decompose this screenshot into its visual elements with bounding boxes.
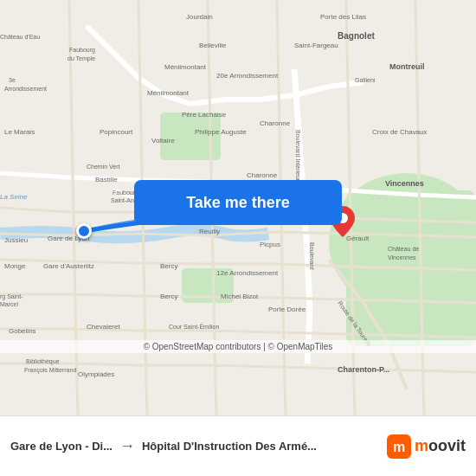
svg-text:Saint-Fargeau: Saint-Fargeau — [294, 42, 338, 49]
svg-text:Jussieu: Jussieu — [4, 236, 28, 244]
svg-text:Ménilmontant: Ménilmontant — [164, 63, 207, 71]
moovit-text: moovit — [415, 437, 466, 455]
svg-text:Charenton-P...: Charenton-P... — [338, 365, 389, 374]
svg-text:Belleville: Belleville — [199, 42, 227, 49]
svg-text:Charonne: Charonne — [260, 119, 291, 127]
svg-text:Père Lachaise: Père Lachaise — [182, 111, 227, 119]
svg-text:Château d'Eau: Château d'Eau — [0, 34, 40, 40]
svg-text:Croix de Chavaux: Croix de Chavaux — [372, 128, 428, 136]
origin-marker — [76, 223, 92, 239]
svg-text:Bagnolet: Bagnolet — [338, 31, 375, 41]
svg-text:La Seine: La Seine — [0, 193, 28, 201]
svg-text:Montreuil: Montreuil — [389, 62, 425, 71]
svg-text:Le Marais: Le Marais — [4, 128, 35, 136]
destination-station-label: Hôpital D'Instruction Des Armé... — [142, 440, 380, 453]
svg-text:m: m — [393, 440, 405, 454]
svg-text:François Mitterrand: François Mitterrand — [24, 367, 76, 374]
svg-text:Marcel: Marcel — [0, 301, 18, 307]
svg-text:Vincennes: Vincennes — [388, 254, 416, 261]
svg-text:Boulevard: Boulevard — [309, 242, 315, 270]
svg-text:Chemin Vert: Chemin Vert — [87, 164, 120, 170]
svg-text:Gallieni: Gallieni — [355, 77, 376, 83]
svg-text:du Temple: du Temple — [68, 55, 95, 62]
svg-text:Gobelins: Gobelins — [9, 327, 36, 335]
svg-text:rg Saint-: rg Saint- — [0, 293, 23, 300]
svg-text:Bercy: Bercy — [160, 262, 177, 270]
svg-text:Voltaire: Voltaire — [151, 137, 175, 145]
svg-text:Olympiades: Olympiades — [78, 370, 114, 378]
svg-text:12e Arrondissement: 12e Arrondissement — [216, 269, 279, 277]
svg-text:Vincennes: Vincennes — [385, 179, 424, 188]
copyright-text: © OpenStreetMap contributors | © OpenMap… — [0, 340, 476, 353]
svg-text:Porte des Lilas: Porte des Lilas — [320, 13, 366, 21]
map-container: Jourdain Porte des Lilas Bagnolet Bellev… — [0, 0, 476, 415]
svg-text:3e: 3e — [9, 77, 16, 83]
svg-text:Arrondissement: Arrondissement — [4, 86, 47, 92]
origin-station-label: Gare de Lyon - Di... — [10, 440, 113, 453]
svg-text:Michel Bizot: Michel Bizot — [221, 293, 259, 300]
svg-text:Bercy: Bercy — [160, 293, 177, 300]
svg-text:Bibliothèque: Bibliothèque — [26, 358, 60, 365]
take-me-there-button[interactable]: Take me there — [134, 180, 342, 225]
svg-text:Philippe Auguste: Philippe Auguste — [195, 128, 247, 136]
arrow-icon: → — [119, 437, 135, 455]
svg-text:20e Arrondissement: 20e Arrondissement — [216, 72, 279, 80]
svg-text:Ménilmontant: Ménilmontant — [147, 89, 190, 97]
svg-text:Reuilly: Reuilly — [199, 228, 220, 235]
moovit-icon: m — [387, 434, 411, 459]
svg-text:Popincourt: Popincourt — [100, 128, 133, 136]
svg-text:Gare d'Austerlitz: Gare d'Austerlitz — [43, 262, 94, 270]
svg-text:Charonne: Charonne — [247, 171, 278, 179]
svg-text:Bastille: Bastille — [95, 176, 118, 183]
svg-text:Château de: Château de — [388, 246, 419, 252]
svg-text:Boulevard Intérieur: Boulevard Intérieur — [295, 130, 301, 182]
svg-text:Faubourg: Faubourg — [69, 47, 95, 54]
bottom-bar: Gare de Lyon - Di... → Hôpital D'Instruc… — [0, 415, 476, 476]
svg-text:Monge: Monge — [4, 262, 26, 270]
svg-text:Porte Dorée: Porte Dorée — [268, 306, 306, 313]
svg-text:Cour Saint-Émilion: Cour Saint-Émilion — [169, 323, 219, 330]
moovit-logo: m moovit — [387, 434, 466, 459]
svg-text:Picpus: Picpus — [260, 241, 280, 248]
svg-text:Jourdain: Jourdain — [186, 13, 213, 21]
svg-text:Chevaleret: Chevaleret — [87, 323, 120, 331]
